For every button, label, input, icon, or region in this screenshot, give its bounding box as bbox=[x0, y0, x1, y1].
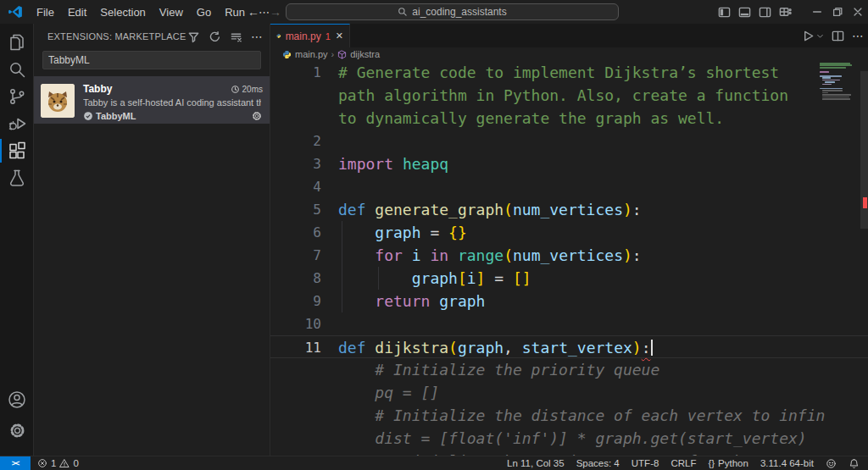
overview-error-marker bbox=[863, 197, 867, 208]
menu-item-view[interactable]: View bbox=[153, 3, 190, 21]
notifications-bell-icon[interactable] bbox=[849, 458, 860, 469]
code-line[interactable]: dist = [float('inf')] * graph.get(start_… bbox=[270, 427, 868, 450]
python-file-icon bbox=[276, 30, 281, 41]
code-text: def dijkstra(graph, start_vertex): bbox=[338, 336, 653, 357]
window-close-icon[interactable] bbox=[848, 0, 868, 24]
customize-layout-icon[interactable] bbox=[775, 0, 795, 24]
indentation-status[interactable]: Spaces: 4 bbox=[576, 458, 620, 468]
editor-more-actions-icon[interactable]: ⋯ bbox=[852, 29, 864, 42]
line-number: 7 bbox=[270, 244, 321, 267]
code-text: path algorithm in Python. Also, create a… bbox=[338, 84, 788, 107]
nav-forward-icon[interactable]: → bbox=[270, 5, 281, 19]
tab-close-icon[interactable]: ✕ bbox=[336, 30, 343, 41]
remote-indicator-button[interactable]: >< bbox=[0, 456, 31, 470]
filter-icon[interactable] bbox=[187, 30, 200, 43]
problems-status[interactable]: 1 0 bbox=[37, 458, 79, 468]
python-interpreter-status[interactable]: 3.11.4 64-bit bbox=[760, 458, 814, 468]
more-actions-icon[interactable]: ⋯ bbox=[251, 30, 263, 43]
minimap-line bbox=[822, 92, 828, 94]
cursor-position-status[interactable]: Ln 11, Col 35 bbox=[507, 458, 565, 468]
code-line[interactable]: # Initialize the priority queue bbox=[270, 358, 868, 381]
code-text: graph = {} bbox=[338, 221, 467, 244]
code-editor[interactable]: 1# Generate code to implement Dijkstra’s… bbox=[270, 61, 868, 456]
feedback-icon[interactable] bbox=[826, 458, 837, 469]
run-python-file-button[interactable] bbox=[802, 30, 824, 42]
line-number: 2 bbox=[270, 130, 321, 152]
indent-guide bbox=[378, 267, 379, 290]
panel-title: EXTENSIONS: MARKETPLACE bbox=[47, 31, 187, 41]
breadcrumb-file[interactable]: main.py bbox=[295, 49, 328, 59]
text-cursor bbox=[651, 340, 653, 356]
activity-run-debug[interactable] bbox=[0, 110, 34, 137]
source-control-icon bbox=[7, 86, 27, 107]
extension-list-item-tabby[interactable]: Tabby 20ms Tabby is a self-hosted AI cod… bbox=[34, 76, 270, 124]
code-line[interactable]: 6 graph = {} bbox=[270, 221, 868, 244]
activity-explorer[interactable] bbox=[0, 29, 34, 56]
code-line[interactable]: path algorithm in Python. Also, create a… bbox=[270, 84, 868, 107]
split-editor-icon[interactable] bbox=[832, 30, 844, 42]
menu-item-go[interactable]: Go bbox=[190, 3, 218, 21]
code-line[interactable]: 7 for i in range(num_vertices): bbox=[270, 244, 868, 267]
toggle-panel-icon[interactable] bbox=[734, 0, 754, 24]
tab-main-py[interactable]: main.py 1 ✕ bbox=[270, 24, 350, 47]
activity-testing[interactable] bbox=[0, 164, 34, 191]
code-line[interactable]: # Initialize the distance of each vertex… bbox=[270, 404, 868, 427]
eol-status[interactable]: CRLF bbox=[670, 458, 696, 468]
menu-item-file[interactable]: File bbox=[30, 3, 61, 21]
code-line[interactable]: 2 bbox=[270, 130, 868, 152]
code-line[interactable]: # Initialize the previous vertex of each… bbox=[270, 450, 868, 456]
code-text: to dynamically generate the graph as wel… bbox=[338, 107, 724, 130]
account-button[interactable] bbox=[0, 386, 34, 413]
code-line[interactable]: 10 bbox=[270, 312, 868, 335]
code-line[interactable]: 5def generate_graph(num_vertices): bbox=[270, 198, 868, 221]
code-line[interactable]: 4 bbox=[270, 175, 868, 198]
breadcrumb-symbol[interactable]: dijkstra bbox=[350, 49, 380, 59]
search-icon bbox=[7, 59, 27, 80]
remote-icon: >< bbox=[12, 459, 19, 467]
settings-button[interactable] bbox=[0, 417, 34, 444]
refresh-icon[interactable] bbox=[209, 30, 221, 43]
code-line[interactable]: to dynamically generate the graph as wel… bbox=[270, 107, 868, 130]
clear-search-results-icon[interactable] bbox=[230, 30, 242, 43]
gear-icon bbox=[8, 421, 27, 440]
activity-extensions[interactable] bbox=[0, 137, 34, 164]
minimap-line bbox=[825, 81, 835, 83]
line-number: 1 bbox=[270, 61, 321, 84]
extensions-search-input[interactable] bbox=[42, 51, 261, 69]
minimap-line bbox=[822, 90, 843, 91]
minimap-line bbox=[820, 67, 846, 69]
encoding-status[interactable]: UTF-8 bbox=[632, 458, 659, 468]
clock-history-icon bbox=[231, 85, 240, 94]
indent-guide bbox=[342, 221, 342, 312]
minimap-line bbox=[822, 80, 840, 81]
code-text: dist = [float('inf')] * graph.get(start_… bbox=[338, 427, 807, 450]
extension-settings-gear-icon[interactable] bbox=[251, 110, 263, 122]
window-minimize-icon[interactable] bbox=[807, 0, 827, 24]
minimap-line bbox=[820, 75, 842, 77]
minimap-line bbox=[820, 86, 857, 87]
activity-search[interactable] bbox=[0, 56, 34, 83]
code-text: # Generate code to implement Dijkstra’s … bbox=[338, 61, 779, 84]
nav-back-icon[interactable]: ← bbox=[248, 5, 259, 19]
python-file-icon bbox=[282, 50, 292, 59]
code-line[interactable]: 3import heapq bbox=[270, 152, 868, 175]
menu-item-edit[interactable]: Edit bbox=[61, 3, 93, 21]
code-line[interactable]: 8 graph[i] = [] bbox=[270, 267, 868, 290]
menu-item-selection[interactable]: Selection bbox=[93, 3, 152, 21]
code-line[interactable]: 1# Generate code to implement Dijkstra’s… bbox=[270, 61, 868, 84]
minimap[interactable] bbox=[820, 63, 857, 101]
code-text: return graph bbox=[338, 290, 485, 312]
toggle-primary-sidebar-icon[interactable] bbox=[714, 0, 734, 24]
code-text: graph[i] = [] bbox=[338, 267, 531, 290]
language-mode-status[interactable]: {} Python bbox=[708, 458, 748, 468]
activity-source-control[interactable] bbox=[0, 83, 34, 110]
toggle-secondary-sidebar-icon[interactable] bbox=[754, 0, 775, 24]
code-line[interactable]: 11def dijkstra(graph, start_vertex): bbox=[270, 335, 868, 358]
command-center-search[interactable]: ai_coding_assistants bbox=[286, 3, 619, 20]
window-restore-icon[interactable] bbox=[827, 0, 848, 24]
editor-group: main.py 1 ✕ ⋯ main.py › dijkstra 1# Gene… bbox=[270, 24, 868, 456]
line-number: 8 bbox=[270, 267, 321, 290]
code-text: def generate_graph(num_vertices): bbox=[338, 198, 642, 221]
code-line[interactable]: pq = [] bbox=[270, 381, 868, 404]
code-line[interactable]: 9 return graph bbox=[270, 290, 868, 312]
